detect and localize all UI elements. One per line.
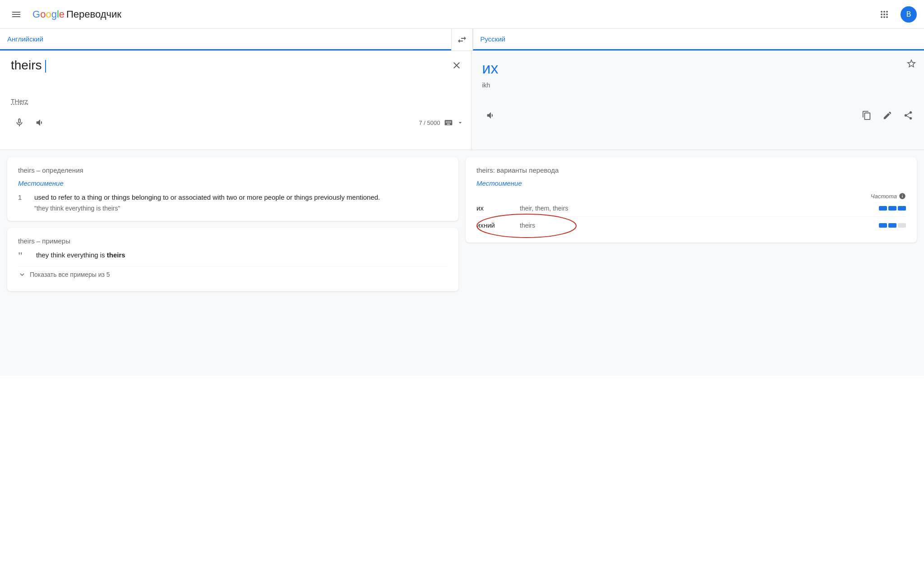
- result-actions: [858, 107, 917, 124]
- examples-card-title: theirs – примеры: [18, 237, 448, 245]
- examples-card: theirs – примеры " they think everything…: [7, 228, 458, 291]
- keyboard-icon: [444, 118, 453, 127]
- target-language-panel[interactable]: Русский: [473, 29, 924, 50]
- logo-letter-o1: o: [40, 9, 46, 20]
- definitions-pos-label[interactable]: Местоимение: [18, 179, 448, 187]
- trans-alts-2: theirs: [520, 222, 872, 229]
- target-language-label: Русский: [480, 35, 506, 43]
- clear-button[interactable]: [449, 58, 464, 75]
- chevron-down-icon: [18, 270, 26, 279]
- favorite-button[interactable]: [906, 58, 917, 72]
- freq-header: Частота: [476, 192, 906, 200]
- edit-button[interactable]: [879, 107, 896, 124]
- translations-card-title: theirs: варианты перевода: [476, 166, 906, 174]
- swap-languages-button[interactable]: [451, 29, 473, 50]
- example-item: " they think everything is theirs: [18, 250, 448, 261]
- freq-bar-2-1: [879, 223, 887, 228]
- translations-card: theirs: варианты перевода Местоимение Ча…: [466, 157, 917, 243]
- example-text-before: they think everything is: [36, 251, 107, 259]
- def-content: used to refer to a thing or things belon…: [34, 192, 448, 212]
- freq-bars-1: [879, 206, 906, 211]
- freq-bar-1-1: [879, 206, 887, 211]
- user-avatar[interactable]: В: [901, 6, 917, 23]
- char-count: 7 / 5000: [419, 118, 464, 127]
- freq-bar-1-3: [898, 206, 906, 211]
- definition-item: 1 used to refer to a thing or things bel…: [18, 192, 448, 212]
- show-more-label: Показать все примеры из 5: [30, 271, 110, 278]
- result-footer: [482, 107, 917, 124]
- example-text: they think everything is theirs: [36, 250, 125, 261]
- left-column: theirs – определения Местоимение 1 used …: [7, 157, 458, 368]
- freq-bar-2-2: [888, 223, 896, 228]
- translation-row-2[interactable]: ихний theirs: [476, 217, 906, 234]
- quote-icon: ": [18, 250, 29, 261]
- microphone-button[interactable]: [11, 114, 28, 131]
- source-text: theirs: [11, 58, 464, 94]
- text-cursor: [45, 60, 46, 73]
- def-text: used to refer to a thing or things belon…: [34, 192, 448, 203]
- source-language-panel[interactable]: Английский: [0, 29, 451, 50]
- freq-info-icon: [899, 192, 906, 200]
- app-header: Google Переводчик В: [0, 0, 924, 29]
- logo-letter-g2: g: [51, 9, 57, 20]
- translations-pos-label[interactable]: Местоимение: [476, 179, 906, 187]
- trans-alts-1: their, them, theirs: [520, 205, 872, 212]
- grid-menu-button[interactable]: [875, 5, 893, 23]
- header-right: В: [875, 5, 917, 23]
- content-area: theirs – определения Местоимение 1 used …: [0, 150, 924, 376]
- char-count-value: 7 / 5000: [419, 119, 440, 126]
- definitions-card: theirs – определения Местоимение 1 used …: [7, 157, 458, 221]
- source-text-value: theirs: [11, 58, 42, 72]
- logo-letter-o2: o: [46, 9, 51, 20]
- freq-bars-2: [879, 223, 906, 228]
- circled-word-container: ихний: [476, 221, 495, 229]
- freq-bar-2-3: [898, 223, 906, 228]
- def-number: 1: [18, 193, 27, 201]
- logo-letter-g: G: [32, 9, 40, 20]
- trans-word-1: их: [476, 204, 513, 212]
- language-bar: Английский Русский: [0, 29, 924, 51]
- freq-label: Частота: [871, 193, 897, 200]
- app-title: Переводчик: [66, 9, 121, 20]
- source-phonetic: THerz: [11, 98, 464, 105]
- copy-button[interactable]: [858, 107, 875, 124]
- source-footer: 7 / 5000: [11, 110, 464, 131]
- freq-bar-1-2: [888, 206, 896, 211]
- result-panel-wrapper: их ikh: [471, 51, 924, 150]
- result-phonetic: ikh: [482, 82, 917, 89]
- result-panel: их ikh: [471, 51, 924, 150]
- right-column: theirs: варианты перевода Местоимение Ча…: [466, 157, 917, 368]
- show-more-button[interactable]: Показать все примеры из 5: [18, 266, 448, 282]
- source-panel: theirs THerz: [0, 51, 471, 150]
- example-bold-word: theirs: [107, 251, 125, 259]
- result-text: их: [482, 58, 917, 78]
- definitions-card-title: theirs – определения: [18, 166, 448, 174]
- trans-word-2: ихний: [476, 221, 513, 229]
- header-left: Google Переводчик: [7, 5, 121, 23]
- speaker-button[interactable]: [32, 114, 49, 131]
- translation-row-1[interactable]: их their, them, theirs: [476, 200, 906, 217]
- source-actions: [11, 114, 49, 131]
- logo-letter-e: e: [59, 9, 65, 20]
- def-example: "they think everything is theirs": [34, 205, 448, 212]
- app-logo: Google Переводчик: [32, 9, 121, 20]
- menu-button[interactable]: [7, 5, 25, 23]
- source-language-label: Английский: [7, 35, 43, 43]
- dropdown-icon[interactable]: [457, 119, 464, 126]
- share-button[interactable]: [900, 107, 917, 124]
- result-speaker-button[interactable]: [482, 107, 499, 124]
- translation-area: theirs THerz: [0, 51, 924, 150]
